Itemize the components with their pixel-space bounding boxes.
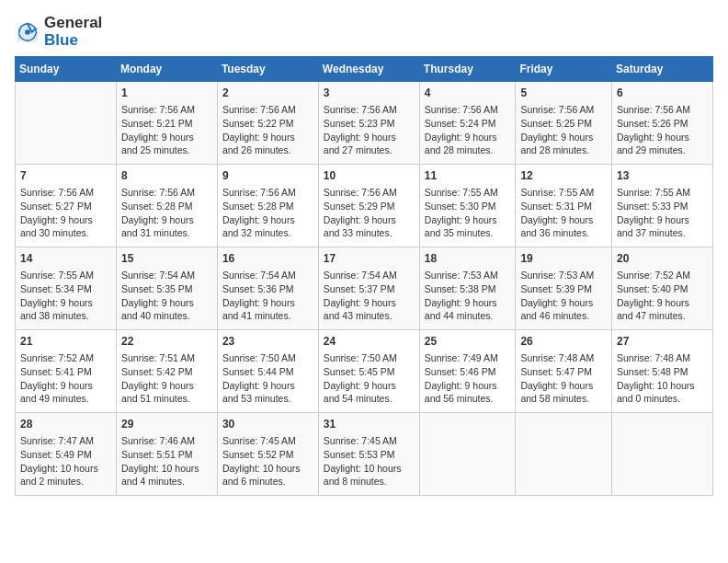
day-header-wednesday: Wednesday <box>318 57 419 82</box>
calendar-cell: 31Sunrise: 7:45 AMSunset: 5:53 PMDayligh… <box>318 413 419 496</box>
calendar-cell: 5Sunrise: 7:56 AMSunset: 5:25 PMDaylight… <box>516 82 612 165</box>
day-header-sunday: Sunday <box>16 57 117 82</box>
calendar-cell: 26Sunrise: 7:48 AMSunset: 5:47 PMDayligh… <box>516 330 612 413</box>
calendar-cell: 6Sunrise: 7:56 AMSunset: 5:26 PMDaylight… <box>611 82 712 165</box>
day-info: Sunrise: 7:48 AMSunset: 5:48 PMDaylight:… <box>617 351 708 406</box>
calendar-cell: 2Sunrise: 7:56 AMSunset: 5:22 PMDaylight… <box>217 82 318 165</box>
day-info: Sunrise: 7:55 AMSunset: 5:30 PMDaylight:… <box>425 186 511 240</box>
day-number: 24 <box>324 334 415 350</box>
week-row-2: 7Sunrise: 7:56 AMSunset: 5:27 PMDaylight… <box>16 165 713 247</box>
calendar-cell: 9Sunrise: 7:56 AMSunset: 5:28 PMDaylight… <box>217 165 318 247</box>
calendar-cell: 8Sunrise: 7:56 AMSunset: 5:28 PMDaylight… <box>116 165 217 247</box>
day-number: 19 <box>520 251 607 267</box>
day-header-thursday: Thursday <box>419 57 516 82</box>
day-info: Sunrise: 7:54 AMSunset: 5:37 PMDaylight:… <box>324 269 415 323</box>
calendar-cell <box>419 413 516 496</box>
calendar-cell: 11Sunrise: 7:55 AMSunset: 5:30 PMDayligh… <box>419 165 516 247</box>
logo-icon <box>15 19 40 45</box>
day-number: 14 <box>20 251 111 267</box>
day-info: Sunrise: 7:53 AMSunset: 5:38 PMDaylight:… <box>425 269 511 323</box>
day-info: Sunrise: 7:56 AMSunset: 5:22 PMDaylight:… <box>222 103 313 157</box>
svg-point-1 <box>25 29 30 35</box>
calendar-cell <box>16 82 117 165</box>
day-info: Sunrise: 7:56 AMSunset: 5:28 PMDaylight:… <box>222 186 313 240</box>
day-number: 5 <box>520 86 607 101</box>
calendar-cell: 23Sunrise: 7:50 AMSunset: 5:44 PMDayligh… <box>217 330 318 413</box>
calendar-cell: 24Sunrise: 7:50 AMSunset: 5:45 PMDayligh… <box>318 330 419 413</box>
calendar-cell <box>516 413 612 496</box>
day-info: Sunrise: 7:56 AMSunset: 5:23 PMDaylight:… <box>324 103 415 157</box>
day-info: Sunrise: 7:54 AMSunset: 5:36 PMDaylight:… <box>222 269 313 323</box>
day-number: 12 <box>520 168 607 184</box>
calendar-cell: 19Sunrise: 7:53 AMSunset: 5:39 PMDayligh… <box>516 247 612 330</box>
calendar-cell <box>611 413 712 496</box>
day-number: 2 <box>222 86 313 101</box>
day-number: 29 <box>121 417 212 432</box>
day-number: 31 <box>324 417 415 432</box>
logo: General Blue <box>15 15 102 49</box>
day-number: 25 <box>425 334 511 350</box>
calendar-cell: 13Sunrise: 7:55 AMSunset: 5:33 PMDayligh… <box>611 165 712 247</box>
day-number: 18 <box>425 251 511 267</box>
day-header-saturday: Saturday <box>611 57 712 82</box>
calendar-cell: 1Sunrise: 7:56 AMSunset: 5:21 PMDaylight… <box>116 82 217 165</box>
calendar-cell: 21Sunrise: 7:52 AMSunset: 5:41 PMDayligh… <box>16 330 117 413</box>
day-info: Sunrise: 7:56 AMSunset: 5:28 PMDaylight:… <box>121 186 212 240</box>
day-info: Sunrise: 7:55 AMSunset: 5:33 PMDaylight:… <box>617 186 708 240</box>
calendar-cell: 20Sunrise: 7:52 AMSunset: 5:40 PMDayligh… <box>611 247 712 330</box>
logo-text: General Blue <box>44 15 102 49</box>
calendar-cell: 27Sunrise: 7:48 AMSunset: 5:48 PMDayligh… <box>611 330 712 413</box>
calendar-cell: 4Sunrise: 7:56 AMSunset: 5:24 PMDaylight… <box>419 82 516 165</box>
calendar-table: SundayMondayTuesdayWednesdayThursdayFrid… <box>15 56 713 496</box>
day-info: Sunrise: 7:50 AMSunset: 5:45 PMDaylight:… <box>324 351 415 406</box>
day-header-monday: Monday <box>116 57 217 82</box>
week-row-5: 28Sunrise: 7:47 AMSunset: 5:49 PMDayligh… <box>16 413 713 496</box>
calendar-cell: 10Sunrise: 7:56 AMSunset: 5:29 PMDayligh… <box>318 165 419 247</box>
calendar-cell: 18Sunrise: 7:53 AMSunset: 5:38 PMDayligh… <box>419 247 516 330</box>
day-info: Sunrise: 7:45 AMSunset: 5:52 PMDaylight:… <box>222 434 313 488</box>
calendar-cell: 3Sunrise: 7:56 AMSunset: 5:23 PMDaylight… <box>318 82 419 165</box>
day-info: Sunrise: 7:48 AMSunset: 5:47 PMDaylight:… <box>520 351 607 406</box>
day-number: 6 <box>617 86 708 101</box>
day-info: Sunrise: 7:53 AMSunset: 5:39 PMDaylight:… <box>520 269 607 323</box>
page-header: General Blue <box>15 15 713 49</box>
day-number: 15 <box>121 251 212 267</box>
days-header-row: SundayMondayTuesdayWednesdayThursdayFrid… <box>16 57 713 82</box>
calendar-cell: 14Sunrise: 7:55 AMSunset: 5:34 PMDayligh… <box>16 247 117 330</box>
logo-general: General <box>44 14 102 31</box>
day-info: Sunrise: 7:55 AMSunset: 5:31 PMDaylight:… <box>520 186 607 240</box>
day-number: 17 <box>324 251 415 267</box>
day-number: 13 <box>617 168 708 184</box>
calendar-cell: 25Sunrise: 7:49 AMSunset: 5:46 PMDayligh… <box>419 330 516 413</box>
day-info: Sunrise: 7:56 AMSunset: 5:27 PMDaylight:… <box>20 186 111 240</box>
week-row-3: 14Sunrise: 7:55 AMSunset: 5:34 PMDayligh… <box>16 247 713 330</box>
day-number: 11 <box>425 168 511 184</box>
calendar-cell: 29Sunrise: 7:46 AMSunset: 5:51 PMDayligh… <box>116 413 217 496</box>
calendar-cell: 15Sunrise: 7:54 AMSunset: 5:35 PMDayligh… <box>116 247 217 330</box>
day-info: Sunrise: 7:56 AMSunset: 5:21 PMDaylight:… <box>121 103 212 157</box>
logo-blue: Blue <box>44 31 78 49</box>
day-info: Sunrise: 7:49 AMSunset: 5:46 PMDaylight:… <box>425 351 511 406</box>
calendar-cell: 28Sunrise: 7:47 AMSunset: 5:49 PMDayligh… <box>16 413 117 496</box>
day-info: Sunrise: 7:50 AMSunset: 5:44 PMDaylight:… <box>222 351 313 406</box>
day-header-tuesday: Tuesday <box>217 57 318 82</box>
day-number: 10 <box>324 168 415 184</box>
day-number: 23 <box>222 334 313 350</box>
day-info: Sunrise: 7:52 AMSunset: 5:41 PMDaylight:… <box>20 351 111 406</box>
day-header-friday: Friday <box>516 57 612 82</box>
calendar-cell: 16Sunrise: 7:54 AMSunset: 5:36 PMDayligh… <box>217 247 318 330</box>
day-number: 7 <box>20 168 111 184</box>
day-number: 16 <box>222 251 313 267</box>
day-number: 22 <box>121 334 212 350</box>
day-info: Sunrise: 7:54 AMSunset: 5:35 PMDaylight:… <box>121 269 212 323</box>
day-number: 26 <box>520 334 607 350</box>
calendar-cell: 7Sunrise: 7:56 AMSunset: 5:27 PMDaylight… <box>16 165 117 247</box>
day-info: Sunrise: 7:52 AMSunset: 5:40 PMDaylight:… <box>617 269 708 323</box>
calendar-cell: 12Sunrise: 7:55 AMSunset: 5:31 PMDayligh… <box>516 165 612 247</box>
day-info: Sunrise: 7:46 AMSunset: 5:51 PMDaylight:… <box>121 434 212 488</box>
day-info: Sunrise: 7:47 AMSunset: 5:49 PMDaylight:… <box>20 434 111 488</box>
day-number: 28 <box>20 417 111 432</box>
day-info: Sunrise: 7:55 AMSunset: 5:34 PMDaylight:… <box>20 269 111 323</box>
day-number: 27 <box>617 334 708 350</box>
day-info: Sunrise: 7:56 AMSunset: 5:29 PMDaylight:… <box>324 186 415 240</box>
